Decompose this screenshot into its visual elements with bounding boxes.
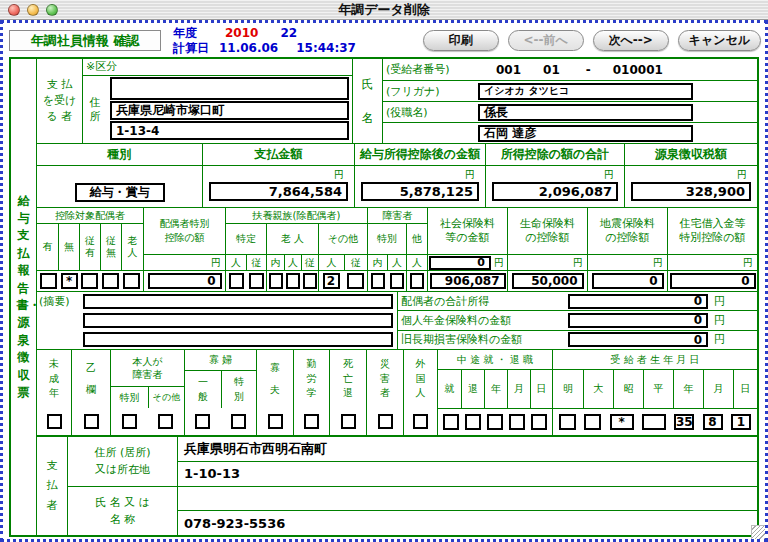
calc-date: 11.06.06 bbox=[219, 41, 278, 56]
flag-widow-special-checkbox[interactable] bbox=[231, 414, 246, 429]
spouse-ari-box[interactable] bbox=[40, 273, 57, 289]
payment-type-field[interactable]: 給与・賞与 bbox=[75, 183, 165, 202]
spouse-special-title: 配偶者特別 控除の額 bbox=[144, 208, 225, 254]
unit-label: 人 bbox=[407, 254, 427, 270]
mid-emp-month-box[interactable] bbox=[509, 414, 525, 430]
tekiyo-field-2[interactable] bbox=[83, 313, 393, 328]
recipient-number-part3: 010001 bbox=[613, 63, 663, 77]
payer-labels: 住所 (居所) 又は所在地 氏 名 又 は 名 称 bbox=[67, 437, 177, 535]
social-insurance-group: 社会保険料 等の金額 0 円 906,087 bbox=[427, 208, 507, 291]
recipient-number-part1: 001 bbox=[496, 63, 521, 77]
birth-heisei-box[interactable] bbox=[642, 414, 666, 430]
tekiyo-field-3[interactable] bbox=[83, 332, 393, 347]
flag-death-label: 死亡退 bbox=[341, 357, 355, 401]
quake-title: 地震保険料 の控除額 bbox=[588, 208, 667, 254]
payer-name-field[interactable] bbox=[178, 487, 757, 512]
dependents-tokutei-box2[interactable] bbox=[249, 273, 264, 289]
prev-button[interactable]: <--前へ bbox=[508, 30, 584, 51]
flag-widower-checkbox[interactable] bbox=[268, 414, 283, 429]
flag-minor-checkbox[interactable] bbox=[47, 414, 62, 429]
birth-meiji-box[interactable] bbox=[559, 414, 576, 430]
flag-foreigner-checkbox[interactable] bbox=[413, 414, 428, 429]
mid-emp-year-box[interactable] bbox=[487, 414, 503, 430]
flag-self-disabled-special-label: 特別 bbox=[111, 387, 148, 408]
disabled-other-box[interactable] bbox=[410, 273, 424, 289]
unit-label: 人 bbox=[319, 255, 344, 270]
resize-grip[interactable] bbox=[751, 525, 765, 539]
payer-address2-field[interactable]: 1-10-13 bbox=[178, 462, 757, 487]
spouse-roujin-box[interactable] bbox=[123, 273, 140, 289]
flag-widow: 寡 婦 一般 特別 bbox=[184, 350, 256, 435]
flag-self-disabled-special-checkbox[interactable] bbox=[122, 414, 137, 429]
quake-amount-field[interactable]: 0 bbox=[592, 273, 664, 289]
birth-showa-box[interactable]: * bbox=[610, 414, 634, 430]
social-inner-field[interactable]: 0 bbox=[429, 256, 491, 270]
flag-death-checkbox[interactable] bbox=[341, 414, 356, 429]
birth-month-box[interactable]: 8 bbox=[703, 414, 723, 430]
total-deduction-field[interactable]: 2,096,087 bbox=[492, 182, 618, 201]
flag-student-checkbox[interactable] bbox=[304, 414, 319, 429]
yen-label: 円 bbox=[714, 294, 725, 309]
app-window: 年調データ削除 年調社員情報 確認 年度 2010 22 計算日 11.06.0… bbox=[0, 0, 768, 542]
withholding-field[interactable]: 328,900 bbox=[631, 182, 751, 201]
print-button[interactable]: 印刷 bbox=[423, 30, 499, 51]
payer-address1-field[interactable]: 兵庫県明石市西明石南町 bbox=[178, 437, 757, 462]
window-title: 年調データ削除 bbox=[0, 1, 768, 19]
unit-label: 従 bbox=[301, 255, 318, 270]
housing-amount-field[interactable]: 0 bbox=[670, 273, 756, 289]
birth-taisho-box[interactable] bbox=[584, 414, 601, 430]
tekiyo-label: (摘要) bbox=[37, 292, 79, 349]
flag-self-disabled-other-checkbox[interactable] bbox=[158, 414, 173, 429]
spouse-col-juu-nashi: 従 無 bbox=[100, 224, 121, 270]
dependents-roujin-box3[interactable] bbox=[303, 273, 317, 289]
furigana-row: (フリガナ) イシオカ タツヒコ bbox=[383, 80, 757, 101]
spouse-juu-ari-box[interactable] bbox=[81, 273, 98, 289]
dependents-sonota-box1[interactable]: 2 bbox=[323, 273, 340, 289]
birth-year-box[interactable]: 35 bbox=[674, 414, 694, 430]
dependents-tokutei-box1[interactable] bbox=[229, 273, 244, 289]
social-amount-field[interactable]: 906,087 bbox=[430, 273, 506, 289]
next-button[interactable]: 次へ--> bbox=[593, 30, 669, 51]
name-side-label: 氏 名 bbox=[352, 59, 382, 143]
dependents-roujin-box1[interactable] bbox=[269, 273, 283, 289]
kubun-field[interactable] bbox=[110, 77, 349, 100]
recipient-name-field[interactable]: 石岡 達彦 bbox=[478, 125, 693, 142]
mid-emp-day-box[interactable] bbox=[531, 414, 547, 430]
life-amount-field[interactable]: 50,000 bbox=[512, 273, 584, 289]
disabled-special-box1[interactable] bbox=[371, 273, 385, 289]
old-longterm-label: 旧長期損害保険料の金額 bbox=[398, 332, 568, 347]
title-bar: 年調データ削除 bbox=[0, 0, 768, 20]
flag-death: 死亡退 bbox=[329, 350, 366, 435]
col-header-total-deduction: 所得控除の額の合計 bbox=[485, 144, 624, 165]
spouse-nashi-box[interactable]: * bbox=[61, 273, 78, 289]
mid-emp-join-box[interactable] bbox=[443, 414, 459, 430]
flag-disaster-checkbox[interactable] bbox=[378, 414, 393, 429]
unit-label: 従 bbox=[246, 255, 266, 270]
spouse-income-field[interactable]: 0 bbox=[568, 294, 708, 309]
life-title: 生命保険料 の控除額 bbox=[508, 208, 587, 254]
personal-pension-field[interactable]: 0 bbox=[568, 313, 708, 328]
furigana-field[interactable]: イシオカ タツヒコ bbox=[478, 83, 693, 100]
payer-phone-field[interactable]: 078-923-5536 bbox=[178, 511, 757, 535]
tekiyo-field-1[interactable] bbox=[83, 294, 393, 309]
recipient-address2-field[interactable]: 1-13-4 bbox=[110, 121, 349, 140]
role-field[interactable]: 係長 bbox=[478, 104, 693, 121]
dependents-roujin-box2[interactable] bbox=[286, 273, 300, 289]
spouse-juu-nashi-box[interactable] bbox=[102, 273, 119, 289]
cancel-button[interactable]: キャンセル bbox=[678, 30, 761, 51]
recipient-address1-field[interactable]: 兵庫県尼崎市塚口町 bbox=[110, 101, 349, 120]
dependents-sonota-label: その他 bbox=[319, 224, 367, 254]
disabled-special-box2[interactable] bbox=[390, 273, 404, 289]
after-deduction-field[interactable]: 5,878,125 bbox=[361, 182, 479, 201]
spouse-special-field[interactable]: 0 bbox=[148, 273, 222, 289]
spouse-income-row: 配偶者の合計所得 0 円 bbox=[398, 292, 757, 310]
birth-day-box[interactable]: 1 bbox=[731, 414, 751, 430]
mid-emp-leave-box[interactable] bbox=[465, 414, 481, 430]
dependents-sonota-box2[interactable] bbox=[347, 273, 364, 289]
unit-label: 内 bbox=[368, 255, 387, 270]
flag-widow-general-checkbox[interactable] bbox=[195, 414, 210, 429]
payee-side-label: 支 払 を受け る 者 bbox=[37, 59, 82, 143]
old-longterm-field[interactable]: 0 bbox=[568, 332, 708, 347]
flag-second-checkbox[interactable] bbox=[84, 414, 99, 429]
payment-amount-field[interactable]: 7,864,584 bbox=[209, 182, 348, 201]
